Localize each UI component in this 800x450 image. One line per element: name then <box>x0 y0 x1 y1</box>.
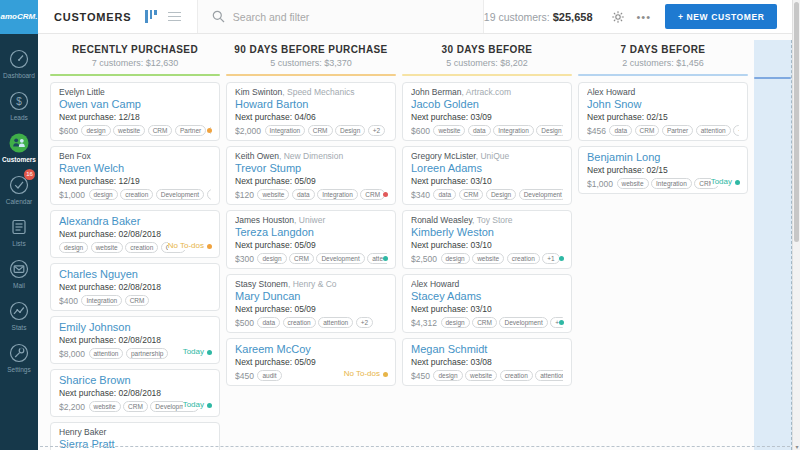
tag-pill[interactable]: design <box>441 317 470 328</box>
tag-pill[interactable]: design <box>257 253 286 264</box>
tag-pill[interactable]: CRM <box>125 295 150 306</box>
customer-name-link[interactable]: John Snow <box>587 98 739 111</box>
customer-name-link[interactable]: Emily Johnson <box>59 321 211 334</box>
tag-pill[interactable]: Integration <box>651 178 692 189</box>
tag-pill[interactable]: audit <box>257 370 281 381</box>
customer-name-link[interactable]: Trevor Stump <box>235 162 387 175</box>
tag-pill[interactable]: +1 <box>207 189 211 200</box>
sidebar-item-lists[interactable]: Lists <box>0 210 38 252</box>
tag-pill[interactable]: website <box>465 370 497 381</box>
more-options-icon[interactable]: ••• <box>637 14 652 20</box>
tag-pill[interactable]: design <box>81 125 110 136</box>
customer-name-link[interactable]: Tereza Langdon <box>235 226 387 239</box>
customer-card[interactable]: Ronald WeasleyToy StoreKimberly WestonNe… <box>402 210 572 269</box>
tag-pill[interactable]: partnership <box>126 348 169 359</box>
tag-pill[interactable]: CRM <box>459 189 484 200</box>
tag-pill[interactable]: Integration <box>265 125 306 136</box>
customer-card[interactable]: Alexandra BakerNext purchase: 02/08/2018… <box>50 210 220 258</box>
customer-card[interactable]: Benjamin LongNext purchase: 02/15$1,000w… <box>578 146 748 194</box>
search-input[interactable] <box>233 11 483 23</box>
tag-pill[interactable]: Design <box>536 125 563 136</box>
customer-name-link[interactable]: Raven Welch <box>59 162 211 175</box>
customer-card[interactable]: Henry BakerSierra PrattNext purchase: 12… <box>50 422 220 450</box>
tag-pill[interactable]: Development <box>316 253 364 264</box>
customer-name-link[interactable]: Kareem McCoy <box>235 343 387 356</box>
customer-name-link[interactable]: Megan Schmidt <box>411 343 563 356</box>
tag-pill[interactable]: creation <box>507 253 540 264</box>
tag-pill[interactable]: creation <box>500 370 533 381</box>
tag-pill[interactable]: Integration <box>493 125 534 136</box>
tag-pill[interactable]: website <box>113 125 145 136</box>
tag-pill[interactable]: design <box>433 370 462 381</box>
tag-pill[interactable]: design <box>59 242 88 253</box>
tag-pill[interactable]: website <box>91 242 123 253</box>
customer-name-link[interactable]: Owen van Camp <box>59 98 211 111</box>
sidebar-item-stats[interactable]: Stats <box>0 294 38 336</box>
customer-card[interactable]: Stasy StonemHenry & CoMary DuncanNext pu… <box>226 274 396 333</box>
vertical-scrollbar[interactable]: ▾ <box>792 0 800 450</box>
scroll-down-arrow-icon[interactable]: ▾ <box>793 443 800 450</box>
tag-pill[interactable]: CRM <box>360 189 385 200</box>
tag-pill[interactable]: Design <box>486 189 516 200</box>
customer-card[interactable]: James HoustonUniwerTereza LangdonNext pu… <box>226 210 396 269</box>
tag-pill[interactable]: +2 <box>368 125 385 136</box>
customer-card[interactable]: Emily JohnsonNext purchase: 02/08/2018$8… <box>50 316 220 364</box>
sidebar-item-settings[interactable]: Settings <box>0 336 38 378</box>
tag-pill[interactable]: Partner <box>175 125 206 136</box>
tag-pill[interactable]: creation <box>125 242 158 253</box>
tag-pill[interactable]: +1 <box>733 125 739 136</box>
tag-pill[interactable]: creation <box>283 317 316 328</box>
customer-card[interactable]: Evelyn LittleOwen van CampNext purchase:… <box>50 82 220 141</box>
customer-name-link[interactable]: Loreen Adams <box>411 162 563 175</box>
customer-card[interactable]: Ben FoxRaven WelchNext purchase: 12/19$1… <box>50 146 220 205</box>
tag-pill[interactable]: website <box>89 401 121 412</box>
tag-pill[interactable]: CRM <box>123 401 148 412</box>
tag-pill[interactable]: attention <box>535 370 563 381</box>
customer-card[interactable]: Keith OwenNew DimensionTrevor StumpNext … <box>226 146 396 205</box>
customer-name-link[interactable]: Stacey Adams <box>411 290 563 303</box>
customer-name-link[interactable]: Sierra Pratt <box>59 438 211 450</box>
tag-pill[interactable]: website <box>472 253 504 264</box>
search-bar[interactable] <box>197 0 484 33</box>
new-customer-button[interactable]: + NEW CUSTOMER <box>665 4 777 29</box>
tag-pill[interactable]: CRM <box>308 125 333 136</box>
sidebar-item-calendar[interactable]: 16Calendar <box>0 168 38 210</box>
tag-pill[interactable]: +2 <box>356 317 373 328</box>
tag-pill[interactable]: design <box>89 189 118 200</box>
tag-pill[interactable]: data <box>433 189 456 200</box>
customer-card[interactable]: Charles NguyenNext purchase: 02/08/2018$… <box>50 263 220 311</box>
customer-name-link[interactable]: Kimberly Weston <box>411 226 563 239</box>
scrollbar-thumb[interactable] <box>794 2 799 242</box>
tag-pill[interactable]: attention <box>696 125 731 136</box>
tag-pill[interactable]: Design <box>335 125 365 136</box>
settings-gear-icon[interactable] <box>611 10 625 24</box>
sidebar-item-customers[interactable]: Customers <box>0 126 38 168</box>
tag-pill[interactable]: CRM <box>289 253 314 264</box>
tag-pill[interactable]: design <box>441 253 470 264</box>
customer-card[interactable]: Gregory McListerUniQueLoreen AdamsNext p… <box>402 146 572 205</box>
tag-pill[interactable]: Development <box>499 317 547 328</box>
tag-pill[interactable]: creation <box>120 189 153 200</box>
customer-name-link[interactable]: Howard Barton <box>235 98 387 111</box>
customer-card[interactable]: Kareem McCoyNext purchase: 05/09$450audi… <box>226 338 396 386</box>
tag-pill[interactable]: data <box>468 125 491 136</box>
sidebar-item-dashboard[interactable]: Dashboard <box>0 42 38 84</box>
tag-pill[interactable]: data <box>257 317 280 328</box>
tag-pill[interactable]: website <box>433 125 465 136</box>
customer-name-link[interactable]: Benjamin Long <box>587 151 739 164</box>
tag-pill[interactable]: Development <box>156 189 204 200</box>
customer-name-link[interactable]: Charles Nguyen <box>59 268 211 281</box>
customer-name-link[interactable]: Mary Duncan <box>235 290 387 303</box>
customer-card[interactable]: Kim SwintonSpeed MechanicsHoward BartonN… <box>226 82 396 141</box>
tag-pill[interactable]: attention <box>318 317 353 328</box>
tag-pill[interactable]: Development <box>519 189 563 200</box>
customer-card[interactable]: Alex HowardJohn SnowNext purchase: 02/15… <box>578 82 748 141</box>
tag-pill[interactable]: Integration <box>317 189 358 200</box>
tag-pill[interactable]: attention <box>89 348 124 359</box>
customer-card[interactable]: John BermanArtrack.comJacob GoldenNext p… <box>402 82 572 141</box>
customer-name-link[interactable]: Sharice Brown <box>59 374 211 387</box>
tag-pill[interactable]: website <box>617 178 649 189</box>
amocrm-logo[interactable]: amoCRM. <box>0 0 38 34</box>
pipeline-view-icon[interactable] <box>145 10 157 23</box>
tag-pill[interactable]: CRM <box>148 125 173 136</box>
